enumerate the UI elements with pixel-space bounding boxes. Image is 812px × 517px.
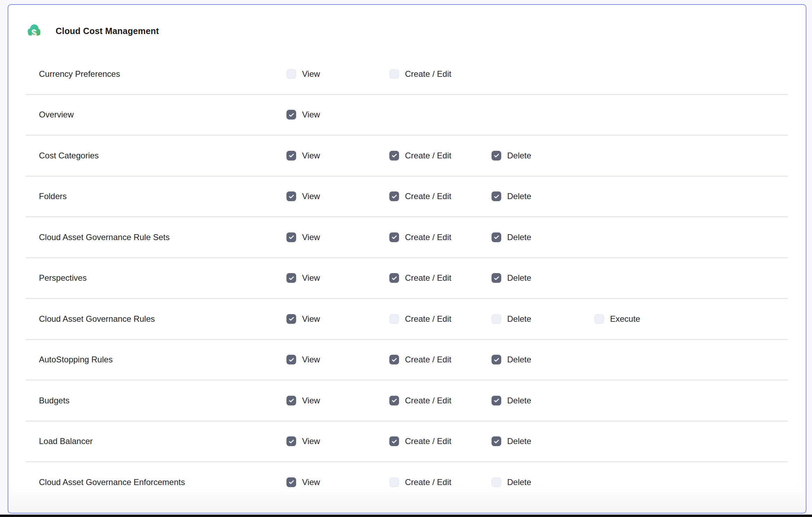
view-permission-cell: View [286, 232, 389, 242]
delete-permission-cell: Delete [492, 314, 594, 324]
create-edit-checkbox[interactable] [389, 396, 399, 405]
view-permission-cell: View [286, 477, 389, 487]
delete-checkbox[interactable] [492, 232, 501, 242]
delete-permission-cell: Delete [492, 191, 594, 201]
create-edit-checkbox[interactable] [389, 232, 399, 242]
create-edit-checkbox-label[interactable]: Create / Edit [405, 436, 451, 446]
delete-checkbox[interactable] [492, 477, 501, 487]
delete-checkbox-label[interactable]: Delete [507, 151, 531, 161]
view-checkbox[interactable] [286, 110, 296, 120]
view-checkbox[interactable] [286, 191, 296, 201]
resource-label: Perspectives [39, 273, 286, 283]
create-edit-checkbox[interactable] [389, 477, 399, 487]
checkmark-icon [391, 356, 398, 363]
create-edit-checkbox-label[interactable]: Create / Edit [405, 273, 451, 283]
checkmark-icon [288, 479, 295, 485]
view-checkbox[interactable] [286, 436, 296, 446]
checkmark-icon [391, 397, 398, 404]
delete-checkbox[interactable] [492, 314, 501, 324]
resource-label: Cloud Asset Governance Enforcements [39, 477, 286, 487]
create-edit-checkbox[interactable] [389, 151, 399, 161]
checkmark-icon [288, 152, 295, 159]
delete-permission-cell: Delete [492, 232, 594, 242]
create-edit-checkbox-label[interactable]: Create / Edit [405, 396, 451, 405]
create-edit-checkbox[interactable] [389, 273, 399, 283]
view-checkbox[interactable] [286, 396, 296, 405]
view-checkbox-label[interactable]: View [302, 191, 320, 201]
permission-row: BudgetsViewCreate / EditDelete [8, 380, 806, 421]
view-checkbox[interactable] [286, 151, 296, 161]
delete-checkbox[interactable] [492, 151, 501, 161]
permission-row: FoldersViewCreate / EditDelete [8, 176, 806, 217]
delete-checkbox-label[interactable]: Delete [507, 396, 531, 405]
permission-row: Cloud Asset Governance Rule SetsViewCrea… [8, 217, 806, 258]
delete-checkbox-label[interactable]: Delete [507, 191, 531, 201]
create-edit-permission-cell: Create / Edit [389, 191, 492, 201]
view-checkbox[interactable] [286, 477, 296, 487]
view-checkbox[interactable] [286, 355, 296, 364]
view-checkbox-label[interactable]: View [302, 314, 320, 324]
view-checkbox-label[interactable]: View [302, 232, 320, 242]
create-edit-permission-cell: Create / Edit [389, 151, 492, 161]
create-edit-permission-cell: Create / Edit [389, 273, 492, 283]
create-edit-checkbox-label[interactable]: Create / Edit [405, 232, 451, 242]
create-edit-checkbox[interactable] [389, 69, 399, 79]
view-checkbox-label[interactable]: View [302, 477, 320, 487]
view-checkbox-label[interactable]: View [302, 151, 320, 161]
create-edit-checkbox[interactable] [389, 355, 399, 364]
view-checkbox-label[interactable]: View [302, 69, 320, 79]
view-checkbox-label[interactable]: View [302, 355, 320, 364]
delete-checkbox[interactable] [492, 191, 501, 201]
create-edit-checkbox[interactable] [389, 314, 399, 324]
permission-row: OverviewView [8, 95, 806, 136]
view-checkbox-label[interactable]: View [302, 110, 320, 120]
delete-permission-cell: Delete [492, 396, 594, 405]
view-checkbox[interactable] [286, 232, 296, 242]
view-checkbox[interactable] [286, 69, 296, 79]
execute-checkbox-label[interactable]: Execute [610, 314, 640, 324]
execute-checkbox[interactable] [594, 314, 604, 324]
resource-label: Folders [39, 191, 286, 201]
create-edit-checkbox[interactable] [389, 436, 399, 446]
view-permission-cell: View [286, 69, 389, 79]
resource-label: AutoStopping Rules [39, 355, 286, 364]
view-checkbox[interactable] [286, 314, 296, 324]
create-edit-checkbox-label[interactable]: Create / Edit [405, 69, 451, 79]
checkmark-icon [288, 438, 295, 445]
view-permission-cell: View [286, 396, 389, 405]
view-checkbox-label[interactable]: View [302, 436, 320, 446]
create-edit-checkbox-label[interactable]: Create / Edit [405, 355, 451, 364]
view-checkbox-label[interactable]: View [302, 396, 320, 405]
checkmark-icon [493, 275, 500, 281]
create-edit-checkbox-label[interactable]: Create / Edit [405, 314, 451, 324]
view-checkbox[interactable] [286, 273, 296, 283]
view-permission-cell: View [286, 191, 389, 201]
delete-permission-cell: Delete [492, 477, 594, 487]
view-permission-cell: View [286, 355, 389, 364]
delete-checkbox-label[interactable]: Delete [507, 232, 531, 242]
create-edit-checkbox[interactable] [389, 191, 399, 201]
create-edit-checkbox-label[interactable]: Create / Edit [405, 151, 451, 161]
resource-label: Currency Preferences [39, 69, 286, 79]
view-permission-cell: View [286, 110, 389, 120]
create-edit-checkbox-label[interactable]: Create / Edit [405, 191, 451, 201]
create-edit-checkbox-label[interactable]: Create / Edit [405, 477, 451, 487]
delete-permission-cell: Delete [492, 151, 594, 161]
checkmark-icon [288, 356, 295, 363]
permission-row: Cloud Asset Governance EnforcementsViewC… [8, 462, 806, 503]
delete-checkbox[interactable] [492, 355, 501, 364]
delete-checkbox-label[interactable]: Delete [507, 436, 531, 446]
resource-label: Load Balancer [39, 436, 286, 446]
create-edit-permission-cell: Create / Edit [389, 232, 492, 242]
create-edit-permission-cell: Create / Edit [389, 355, 492, 364]
resource-label: Cost Categories [39, 151, 286, 161]
delete-checkbox-label[interactable]: Delete [507, 314, 531, 324]
delete-checkbox[interactable] [492, 273, 501, 283]
delete-checkbox[interactable] [492, 436, 501, 446]
delete-checkbox-label[interactable]: Delete [507, 355, 531, 364]
delete-checkbox-label[interactable]: Delete [507, 273, 531, 283]
checkmark-icon [493, 356, 500, 363]
view-checkbox-label[interactable]: View [302, 273, 320, 283]
delete-checkbox[interactable] [492, 396, 501, 405]
delete-checkbox-label[interactable]: Delete [507, 477, 531, 487]
